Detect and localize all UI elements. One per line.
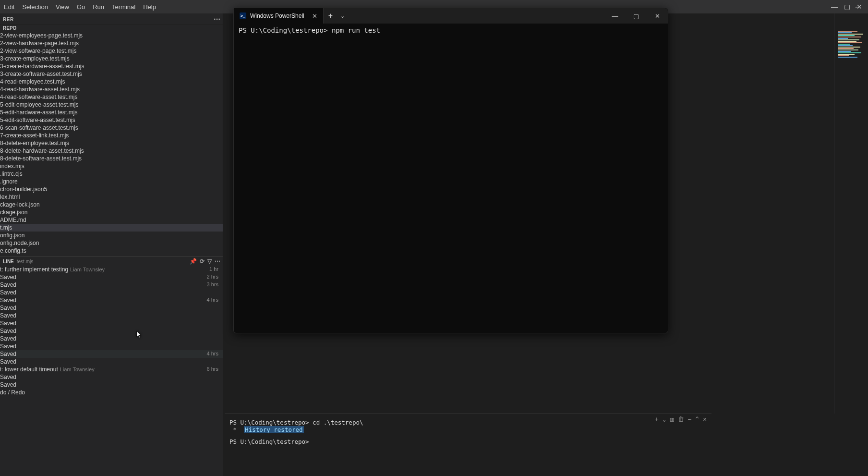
int-term-prompt1: PS U:\Coding\testrepo> — [229, 419, 309, 426]
file-item[interactable]: 8-delete-software-asset.test.mjs — [0, 155, 223, 162]
timeline-item-time: 4 hrs — [207, 351, 220, 357]
terminal-more-icon[interactable]: ⋯ — [688, 415, 692, 423]
file-item[interactable]: onfig.json — [0, 232, 223, 239]
file-item[interactable]: 5-edit-hardware-asset.test.mjs — [0, 109, 223, 116]
timeline-item[interactable]: Saved — [0, 327, 223, 335]
menu-go[interactable]: Go — [73, 1, 89, 12]
file-item[interactable]: t.mjs — [0, 224, 223, 232]
timeline-item[interactable]: Saved — [0, 312, 223, 319]
file-item[interactable]: 3-create-employee.test.mjs — [0, 55, 223, 62]
file-item[interactable]: ckage-lock.json — [0, 201, 223, 208]
timeline-item-time — [218, 335, 220, 342]
file-item[interactable]: 4-read-employee.test.mjs — [0, 78, 223, 85]
terminal-add-icon[interactable]: + — [655, 415, 659, 423]
timeline-item[interactable]: do / Redo — [0, 389, 223, 396]
timeline-item[interactable]: Saved — [0, 335, 223, 342]
timeline-item[interactable]: Saved3 hrs — [0, 281, 223, 289]
timeline-item[interactable]: Saved — [0, 342, 223, 350]
file-item[interactable]: onfig.node.json — [0, 239, 223, 247]
timeline-pin-icon[interactable]: 📌 — [190, 258, 197, 265]
explorer-more-icon[interactable]: ⋯ — [214, 15, 221, 23]
file-item[interactable]: ADME.md — [0, 216, 223, 224]
file-item[interactable]: .ignore — [0, 178, 223, 185]
powershell-titlebar[interactable]: >_ Windows PowerShell ✕ + ⌄ — ▢ ✕ — [234, 8, 668, 24]
powershell-tab[interactable]: >_ Windows PowerShell ✕ — [234, 8, 324, 24]
timeline-item[interactable]: t: lower default timeoutLiam Townsley6 h… — [0, 366, 223, 373]
terminal-chevron-down-icon[interactable]: ⌄ — [663, 415, 666, 423]
menu-help[interactable]: Help — [139, 1, 160, 12]
menu-selection[interactable]: Selection — [18, 1, 51, 12]
powershell-new-tab-icon[interactable]: + — [324, 12, 338, 20]
integrated-terminal[interactable]: + ⌄ ▥ 🗑 ⋯ ^ ✕ PS U:\Coding\testrepo> cd … — [225, 414, 711, 476]
file-item[interactable]: 2-view-hardware-page.test.mjs — [0, 39, 223, 47]
file-item[interactable]: ctron-builder.json5 — [0, 185, 223, 193]
file-item[interactable]: 8-delete-hardware-asset.test.mjs — [0, 147, 223, 155]
powershell-close-icon[interactable]: ✕ — [647, 8, 668, 24]
powershell-tab-dropdown-icon[interactable]: ⌄ — [338, 13, 348, 19]
timeline-item-message: Saved — [0, 343, 16, 350]
timeline-item-message: Saved — [0, 289, 16, 296]
timeline-header[interactable]: LINE test.mjs 📌 ⟳ ▽ ⋯ — [0, 257, 223, 266]
menu-edit[interactable]: Edit — [0, 1, 18, 12]
timeline-item-message: Saved — [0, 351, 16, 357]
file-item[interactable]: 2-view-employees-page.test.mjs — [0, 32, 223, 39]
timeline-item-time — [218, 328, 220, 334]
terminal-split-icon[interactable]: ▥ — [670, 415, 674, 423]
timeline-item[interactable]: t: further implement testingLiam Townsle… — [0, 266, 223, 273]
timeline-more-icon[interactable]: ⋯ — [215, 258, 220, 265]
timeline-item-time — [218, 305, 220, 311]
terminal-chevron-up-icon[interactable]: ^ — [695, 415, 699, 423]
timeline-section: LINE test.mjs 📌 ⟳ ▽ ⋯ t: further impleme… — [0, 256, 223, 396]
file-item[interactable]: lex.html — [0, 193, 223, 201]
timeline-filter-icon[interactable]: ▽ — [207, 258, 212, 265]
file-item[interactable]: 2-view-software-page.test.mjs — [0, 47, 223, 55]
timeline-item-message: Saved — [0, 297, 16, 304]
timeline-item[interactable]: Saved4 hrs — [0, 296, 223, 304]
timeline-item-message: Saved — [0, 374, 16, 380]
timeline-item[interactable]: Saved — [0, 289, 223, 296]
file-item[interactable]: 7-create-asset-link.test.mjs — [0, 132, 223, 139]
powershell-maximize-icon[interactable]: ▢ — [626, 8, 647, 24]
file-item[interactable]: 3-create-hardware-asset.test.mjs — [0, 62, 223, 70]
timeline-item-message: Saved — [0, 320, 16, 327]
file-item[interactable]: e.config.ts — [0, 247, 223, 255]
file-item[interactable]: 6-scan-software-asset.test.mjs — [0, 124, 223, 132]
terminal-toolbar: + ⌄ ▥ 🗑 ⋯ ^ ✕ — [655, 415, 707, 423]
menu-view[interactable]: View — [52, 1, 73, 12]
timeline-item[interactable]: Saved — [0, 304, 223, 312]
file-item[interactable]: ckage.json — [0, 208, 223, 216]
vscode-close-icon[interactable]: ✕ — [855, 2, 864, 12]
file-item[interactable]: index.mjs — [0, 162, 223, 170]
menu-terminal[interactable]: Terminal — [108, 1, 139, 12]
timeline-refresh-icon[interactable]: ⟳ — [200, 258, 205, 265]
file-item[interactable]: .lintrc.cjs — [0, 170, 223, 178]
timeline-item[interactable]: Saved — [0, 373, 223, 381]
timeline-item-message: Saved — [0, 312, 16, 319]
timeline-item-time — [218, 343, 220, 350]
terminal-close-icon[interactable]: ✕ — [703, 415, 707, 423]
timeline-item-time — [218, 358, 220, 365]
timeline-item[interactable]: Saved — [0, 319, 223, 327]
file-item[interactable]: 5-edit-software-asset.test.mjs — [0, 116, 223, 124]
explorer-folder-label[interactable]: REPO — [0, 24, 223, 32]
menu-run[interactable]: Run — [89, 1, 108, 12]
timeline-item[interactable]: Saved2 hrs — [0, 273, 223, 281]
terminal-trash-icon[interactable]: 🗑 — [678, 415, 684, 423]
powershell-tab-close-icon[interactable]: ✕ — [312, 12, 317, 20]
powershell-minimize-icon[interactable]: — — [604, 8, 626, 24]
file-item[interactable]: 8-delete-employee.test.mjs — [0, 139, 223, 147]
timeline-item-message: t: further implement testing — [0, 266, 68, 273]
explorer-header: RER ⋯ — [0, 13, 223, 24]
minimap[interactable] — [838, 31, 865, 58]
file-item[interactable]: 4-read-hardware-asset.test.mjs — [0, 85, 223, 93]
file-item[interactable]: 5-edit-employee-asset.test.mjs — [0, 101, 223, 109]
timeline-item[interactable]: Saved — [0, 381, 223, 389]
vscode-min-icon[interactable]: — — [830, 2, 839, 12]
powershell-body[interactable]: PS U:\Coding\testrepo> npm run test — [234, 24, 668, 333]
timeline-item[interactable]: Saved — [0, 358, 223, 366]
file-item[interactable]: 4-read-software-asset.test.mjs — [0, 93, 223, 101]
int-term-bullet: * — [229, 426, 244, 433]
file-item[interactable]: 3-create-software-asset.test.mjs — [0, 70, 223, 78]
vscode-max-icon[interactable]: ▢ — [842, 2, 852, 12]
timeline-item[interactable]: Saved4 hrs — [0, 350, 223, 358]
